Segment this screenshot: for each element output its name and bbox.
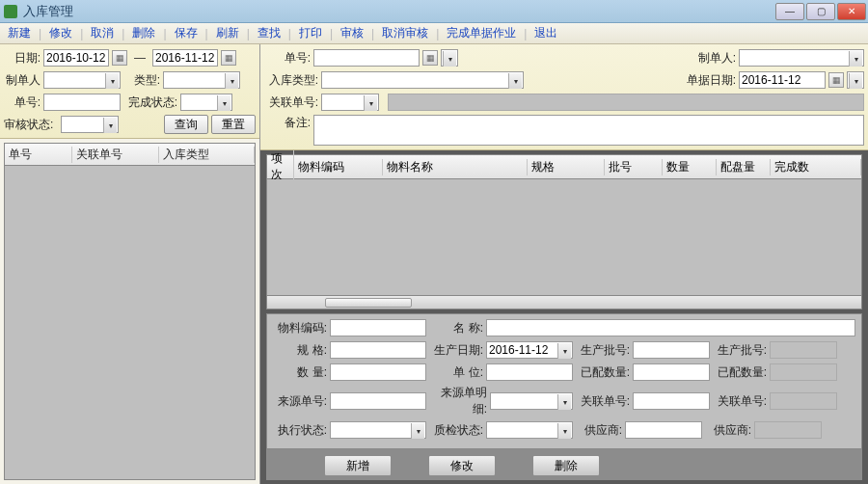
chevron-down-icon: ▾ <box>225 73 238 89</box>
toolbar-audit[interactable]: 审核 <box>337 23 367 43</box>
col-alloc[interactable]: 配盘量 <box>717 159 771 175</box>
audit-status-select[interactable]: ▾ <box>61 116 119 133</box>
right-grid-body[interactable] <box>266 179 862 296</box>
df-prodlot-input[interactable] <box>633 341 710 359</box>
right-grid-header: 项次 物料编码 物料名称 规格 批号 数量 配盘量 完成数 <box>266 154 862 179</box>
df-spec-label: 规 格: <box>273 342 327 359</box>
billno-input[interactable] <box>43 94 121 111</box>
col-intype[interactable]: 入库类型 <box>159 147 255 163</box>
col-billno[interactable]: 单号 <box>5 147 72 163</box>
toolbar-find[interactable]: 查找 <box>254 23 285 43</box>
rq-intype-select[interactable]: ▾ <box>321 71 524 89</box>
rq-billno-input[interactable] <box>313 49 420 67</box>
calendar-icon[interactable]: ▦ <box>828 72 844 88</box>
toolbar: 新建| 修改| 取消| 删除| 保存| 刷新| 查找| 打印| 审核| 取消审核… <box>0 23 868 44</box>
chevron-down-icon: ▾ <box>411 423 424 439</box>
toolbar-complete[interactable]: 完成单据作业 <box>443 23 520 43</box>
lookup-icon[interactable]: ▦ <box>422 50 438 66</box>
toolbar-exit[interactable]: 退出 <box>530 23 561 43</box>
date-label: 日期: <box>4 50 41 67</box>
chevron-down-icon: ▾ <box>443 51 456 67</box>
calendar-icon[interactable]: ▦ <box>112 50 127 66</box>
df-name-input[interactable] <box>486 319 855 336</box>
toolbar-unaudit[interactable]: 取消审核 <box>378 23 432 43</box>
col-done[interactable]: 完成数 <box>771 159 861 175</box>
rq-remark-input[interactable] <box>313 115 864 146</box>
rq-reldoc-select[interactable]: ▾ <box>321 94 379 111</box>
df-reldoc-input[interactable] <box>633 392 710 410</box>
df-insp-select[interactable]: ▾ <box>486 421 573 439</box>
rq-billno-drop[interactable]: ▾ <box>441 49 458 67</box>
grid-hscroll[interactable] <box>266 296 862 309</box>
date-from-input[interactable] <box>43 49 109 67</box>
chevron-down-icon: ▾ <box>217 95 231 111</box>
col-qty[interactable]: 数量 <box>663 159 717 175</box>
chevron-down-icon: ▾ <box>508 73 522 89</box>
rq-reldoc-label: 关联单号: <box>264 94 318 111</box>
detail-new-button[interactable]: 新增 <box>324 455 392 476</box>
right-query-panel: 单号: ▦ ▾ 制单人: ▾ 入库类型: ▾ 单据日期: ▦ ▾ 关联单号: ▾ <box>260 44 868 150</box>
minimize-button[interactable]: — <box>775 3 804 20</box>
reset-button[interactable]: 重置 <box>211 115 256 134</box>
df-matcode-input[interactable] <box>330 319 426 336</box>
col-matcode[interactable]: 物料编码 <box>294 159 383 175</box>
audit-status-label: 审核状态: <box>4 117 58 133</box>
rq-billno-label: 单号: <box>264 50 311 67</box>
toolbar-new[interactable]: 新建 <box>4 23 35 43</box>
type-select[interactable]: ▾ <box>163 71 240 89</box>
chevron-down-icon: ▾ <box>103 118 117 133</box>
df-allocqty-input[interactable] <box>633 363 710 381</box>
df-srcdetail-select[interactable]: ▾ <box>490 392 573 410</box>
toolbar-delete[interactable]: 删除 <box>128 23 159 43</box>
maker-select[interactable]: ▾ <box>43 71 121 89</box>
maximize-button[interactable]: ▢ <box>806 3 835 20</box>
window-title: 入库管理 <box>23 3 775 20</box>
rq-billdate-drop[interactable]: ▾ <box>847 71 864 89</box>
df-srcbill-input[interactable] <box>330 392 426 410</box>
rq-billdate-input[interactable] <box>739 71 826 89</box>
df-qty-input[interactable] <box>330 363 426 381</box>
df-proddate-input[interactable]: 2016-11-12▾ <box>486 341 573 359</box>
toolbar-cancel[interactable]: 取消 <box>87 23 118 43</box>
col-matname[interactable]: 物料名称 <box>383 159 528 175</box>
df-supplier-label: 供应商: <box>576 422 622 439</box>
redacted-field <box>770 341 837 359</box>
df-srcbill-label: 来源单号: <box>273 393 327 410</box>
df-qty-label: 数 量: <box>273 364 327 381</box>
col-relbill[interactable]: 关联单号 <box>72 147 159 163</box>
toolbar-refresh[interactable]: 刷新 <box>212 23 243 43</box>
toolbar-print[interactable]: 打印 <box>295 23 326 43</box>
df-srcdetail-label: 来源单明细: <box>429 385 487 417</box>
rq-maker-select[interactable]: ▾ <box>739 49 864 67</box>
toolbar-edit[interactable]: 修改 <box>45 23 76 43</box>
col-seq[interactable]: 项次 <box>267 150 294 183</box>
rq-billdate-label: 单据日期: <box>682 72 736 89</box>
rq-intype-label: 入库类型: <box>264 72 318 89</box>
left-grid-body[interactable] <box>4 166 256 480</box>
df-supplier2-label: 供应商: <box>705 422 751 439</box>
col-spec[interactable]: 规格 <box>528 159 605 175</box>
close-button[interactable]: ✕ <box>837 3 866 20</box>
col-lot[interactable]: 批号 <box>605 159 663 175</box>
right-grid-wrap: 项次 物料编码 物料名称 规格 批号 数量 配盘量 完成数 物料编码: 名 称: <box>260 150 868 484</box>
df-unit-input[interactable] <box>486 363 573 381</box>
detail-delete-button[interactable]: 删除 <box>532 455 600 476</box>
df-exec-label: 执行状态: <box>273 422 327 439</box>
redacted-field <box>770 392 837 410</box>
query-button[interactable]: 查询 <box>164 115 208 134</box>
date-to-input[interactable] <box>152 49 218 67</box>
df-supplier-input[interactable] <box>625 421 702 439</box>
toolbar-save[interactable]: 保存 <box>171 23 202 43</box>
scroll-thumb[interactable] <box>325 298 412 308</box>
df-exec-select[interactable]: ▾ <box>330 421 426 439</box>
calendar-icon[interactable]: ▦ <box>221 50 236 66</box>
chevron-down-icon: ▾ <box>557 394 571 410</box>
app-icon <box>4 5 17 18</box>
titlebar: 入库管理 — ▢ ✕ <box>0 0 868 23</box>
complete-status-select[interactable]: ▾ <box>180 94 232 111</box>
left-grid-header: 单号 关联单号 入库类型 <box>4 143 256 166</box>
df-spec-input[interactable] <box>330 341 426 359</box>
complete-status-label: 完成状态: <box>123 94 177 111</box>
detail-edit-button[interactable]: 修改 <box>428 455 496 476</box>
chevron-down-icon: ▾ <box>557 423 571 439</box>
